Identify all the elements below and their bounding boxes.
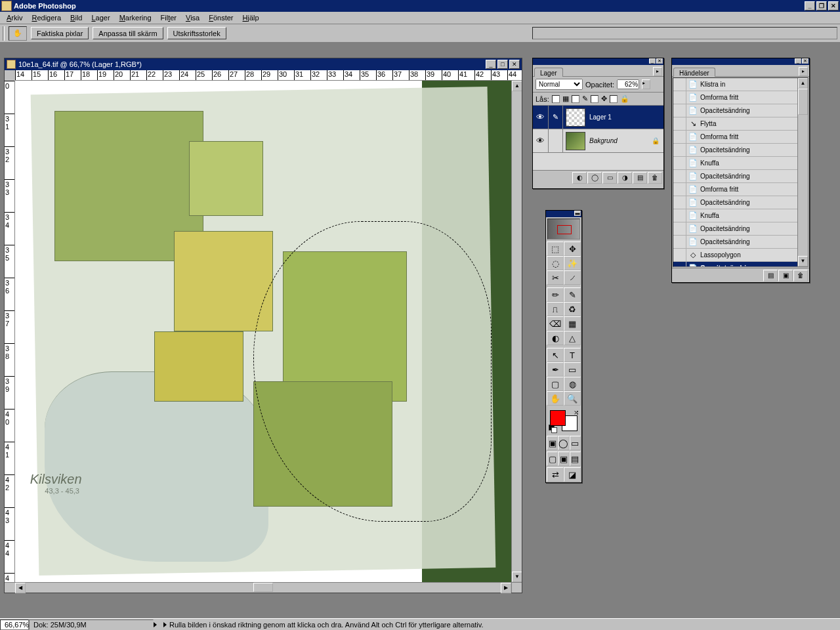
- menu-fonster[interactable]: Fönster: [205, 13, 237, 22]
- layer-folder-button[interactable]: ▭: [602, 172, 617, 184]
- menu-visa[interactable]: Visa: [182, 13, 203, 22]
- scroll-up-button[interactable]: ▲: [798, 78, 808, 89]
- imageready-button[interactable]: ◪: [564, 467, 581, 482]
- lock-move-checkbox[interactable]: [591, 95, 598, 103]
- quickmask-mode-button[interactable]: ◯: [558, 436, 569, 450]
- slice-tool[interactable]: ⟋: [564, 270, 581, 285]
- history-item[interactable]: 📄Opacitetsändring: [673, 236, 808, 249]
- history-item[interactable]: 📄Opacitetsändring: [673, 196, 808, 209]
- layer-adjust-button[interactable]: ◑: [618, 172, 632, 184]
- visibility-toggle[interactable]: 👁: [533, 129, 549, 152]
- scroll-left-button[interactable]: ◀: [15, 583, 26, 593]
- scroll-down-button[interactable]: ▼: [798, 256, 808, 266]
- shape-tool[interactable]: ▭: [564, 362, 581, 377]
- dodge-tool[interactable]: △: [564, 331, 581, 345]
- screen-standard-button[interactable]: ▢: [547, 452, 558, 466]
- minimize-button[interactable]: _: [805, 1, 815, 10]
- layer-mask-button[interactable]: ◯: [587, 172, 602, 184]
- link-toggle[interactable]: [549, 129, 563, 152]
- opacity-slider-button[interactable]: ▸: [642, 79, 650, 89]
- layer-style-button[interactable]: ◐: [572, 172, 587, 184]
- history-item[interactable]: 📄Opacitetsändring: [673, 222, 808, 236]
- screen-full-button[interactable]: ▤: [570, 452, 581, 466]
- scroll-down-button[interactable]: ▼: [512, 572, 522, 582]
- tab-lager[interactable]: Lager: [534, 68, 563, 77]
- menu-arkiv[interactable]: Arkiv: [3, 13, 26, 22]
- opacity-input[interactable]: [617, 79, 639, 89]
- layer-new-button[interactable]: ▤: [633, 172, 647, 184]
- lasso-tool[interactable]: ◌: [547, 256, 564, 270]
- marquee-tool[interactable]: ⬚: [547, 242, 564, 256]
- wand-tool[interactable]: ✨: [564, 256, 581, 270]
- pen-tool[interactable]: ✒: [547, 362, 564, 377]
- tab-handelser[interactable]: Händelser: [673, 68, 715, 77]
- menu-markering[interactable]: Markering: [116, 13, 156, 22]
- history-item[interactable]: 📄Omforma fritt: [673, 183, 808, 196]
- panel-menu-button[interactable]: ▸: [799, 67, 808, 76]
- actual-pixels-button[interactable]: Faktiska pixlar: [31, 27, 89, 39]
- history-item[interactable]: 📄Opacitetsändring: [673, 262, 808, 267]
- panel-close-button[interactable]: ✕: [656, 58, 663, 64]
- lock-paint-checkbox[interactable]: [572, 95, 579, 103]
- visibility-toggle[interactable]: 👁: [533, 106, 549, 129]
- jump-to-button[interactable]: ⇄: [547, 467, 564, 482]
- panel-close-button[interactable]: ✕: [802, 58, 808, 64]
- history-item[interactable]: 📄Klistra in: [673, 78, 808, 91]
- history-item[interactable]: ◇Lassopolygon: [673, 249, 808, 262]
- eraser-tool[interactable]: ⌫: [547, 316, 564, 331]
- blend-mode-select[interactable]: Normal: [536, 79, 583, 90]
- history-scrollbar[interactable]: ▲ ▼: [797, 78, 808, 266]
- stamp-tool[interactable]: ⎍: [547, 302, 564, 316]
- crop-tool[interactable]: ✂: [547, 270, 564, 285]
- swap-colors-button[interactable]: ⤭: [574, 409, 579, 416]
- notes-tool[interactable]: ▢: [547, 377, 564, 391]
- link-toggle[interactable]: ✎: [549, 106, 563, 129]
- history-item[interactable]: 📄Knuffa: [673, 209, 808, 222]
- history-item[interactable]: 📄Opacitetsändring: [673, 144, 808, 157]
- doc-minimize-button[interactable]: _: [486, 60, 496, 69]
- menu-redigera[interactable]: Redigera: [28, 13, 65, 22]
- history-delete-button[interactable]: 🗑: [793, 270, 808, 282]
- canvas[interactable]: Kilsviken 43,3 - 45,3: [15, 81, 511, 582]
- history-item[interactable]: 📄Omforma fritt: [673, 91, 808, 104]
- menu-filter[interactable]: Filter: [157, 13, 180, 22]
- layer-row[interactable]: 👁 ✎ Lager 1: [533, 106, 663, 129]
- layer-delete-button[interactable]: 🗑: [648, 172, 662, 184]
- layer-thumbnail[interactable]: [566, 132, 585, 150]
- path-tool[interactable]: ↖: [547, 348, 564, 362]
- close-button[interactable]: ✕: [828, 1, 839, 10]
- menu-hjalp[interactable]: Hjälp: [239, 13, 263, 22]
- gradient-tool[interactable]: ▦: [564, 316, 581, 331]
- hand-tool[interactable]: ✋: [547, 391, 564, 406]
- history-item[interactable]: ↘Flytta: [673, 117, 808, 131]
- scrollbar-horizontal[interactable]: ◀ ▶: [5, 582, 522, 593]
- scroll-thumb[interactable]: [798, 89, 808, 115]
- fit-screen-button[interactable]: Anpassa till skärm: [93, 27, 163, 39]
- standard-mode-button[interactable]: ▣: [547, 436, 558, 450]
- zoom-tool[interactable]: 🔍: [564, 391, 581, 406]
- type-tool[interactable]: T: [564, 348, 581, 362]
- doc-maximize-button[interactable]: □: [497, 60, 508, 69]
- menu-bild[interactable]: Bild: [66, 13, 86, 22]
- status-disclosure-icon[interactable]: [154, 622, 157, 627]
- scroll-up-button[interactable]: ▲: [512, 81, 522, 91]
- history-item[interactable]: 📄Omforma fritt: [673, 131, 808, 144]
- panel-minimize-button[interactable]: _: [649, 58, 656, 64]
- foreground-color[interactable]: [550, 410, 566, 426]
- scroll-thumb[interactable]: [253, 583, 273, 592]
- scrollbar-vertical[interactable]: ▲ ▼: [511, 81, 522, 582]
- history-item[interactable]: 📄Knuffa: [673, 157, 808, 170]
- mode3-button[interactable]: ▭: [570, 436, 581, 450]
- restore-button[interactable]: ❐: [816, 1, 827, 10]
- blur-tool[interactable]: ◐: [547, 331, 564, 345]
- history-snapshot-button[interactable]: ▣: [778, 270, 793, 282]
- print-size-button[interactable]: Utskriftsstorlek: [167, 27, 226, 39]
- history-new-doc-button[interactable]: ▤: [763, 270, 778, 282]
- zoom-field[interactable]: 66,67%: [0, 620, 29, 630]
- history-item[interactable]: 📄Opacitetsändring: [673, 104, 808, 117]
- history-brush-tool[interactable]: ♻: [564, 302, 581, 316]
- history-item[interactable]: 📄Opacitetsändring: [673, 170, 808, 183]
- lock-transparency-checkbox[interactable]: [552, 95, 560, 103]
- doc-close-button[interactable]: ✕: [509, 60, 520, 69]
- brush-tool[interactable]: ✎: [564, 287, 581, 302]
